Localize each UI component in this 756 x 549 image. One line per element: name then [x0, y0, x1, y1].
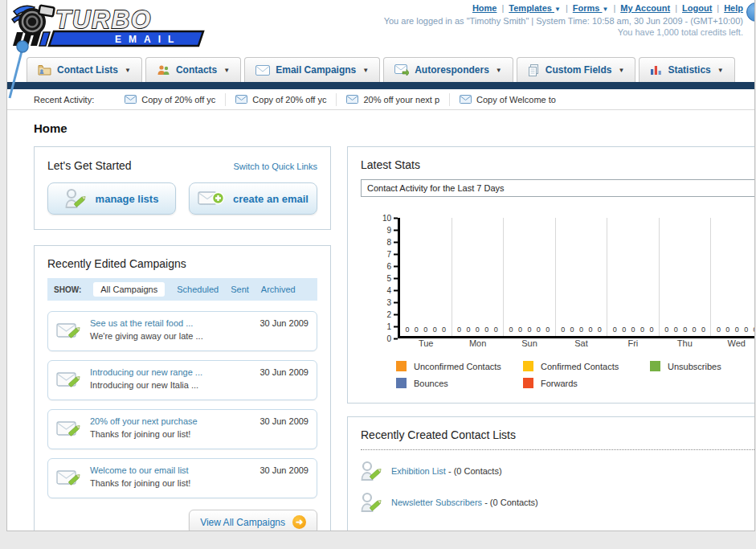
- legend-swatch: [396, 361, 407, 371]
- bar-value-label: 0: [509, 326, 513, 334]
- stats-period-select[interactable]: Contact Activity for the Last 7 Days ▼: [361, 179, 755, 197]
- contact-list-item[interactable]: Newsletter Subscribers - (0 Contacts): [361, 492, 755, 513]
- view-all-campaigns-label: View All Campaigns: [200, 517, 285, 528]
- folder-contacts-icon: [38, 64, 51, 76]
- recent-activity-item-label: Copy of Welcome to: [476, 95, 556, 104]
- recent-activity-label: Recent Activity:: [34, 95, 94, 104]
- contact-list-item[interactable]: Exhibition List - (0 Contacts): [361, 461, 755, 481]
- bar-value-label: 0: [613, 326, 617, 334]
- campaign-date: 30 Jun 2009: [259, 318, 309, 344]
- person-pencil-icon: [361, 461, 383, 481]
- campaign-title-link[interactable]: 20% off your next purchase: [90, 416, 251, 426]
- tab-autoresponders[interactable]: Autoresponders ▼: [383, 57, 513, 82]
- switch-quick-links-link[interactable]: Switch to Quick Links: [233, 162, 317, 171]
- show-label: SHOW:: [54, 285, 81, 294]
- tab-email-campaigns[interactable]: Email Campaigns ▼: [244, 57, 380, 82]
- logo-subtitle-text: EMAIL: [115, 34, 181, 45]
- contacts-icon: [157, 64, 170, 76]
- legend-swatch: [650, 361, 660, 371]
- campaign-title-link[interactable]: See us at the retail food ...: [90, 318, 251, 328]
- bar-value-label: 0: [518, 326, 522, 334]
- y-axis-label: 6: [386, 262, 398, 271]
- nav-link-logout[interactable]: Logout: [682, 3, 712, 13]
- bar-value-label: 0: [754, 326, 755, 334]
- nav-link-my-account[interactable]: My Account: [620, 3, 670, 13]
- y-axis-label: 9: [386, 226, 398, 235]
- bar-value-label: 0: [537, 326, 541, 334]
- campaign-card[interactable]: See us at the retail food ... We're givi…: [47, 311, 317, 351]
- chart-y-axis: 012345678910: [377, 218, 398, 338]
- bar-value-label: 0: [570, 326, 574, 334]
- campaign-subtitle: We're giving away our late ...: [90, 331, 251, 341]
- manage-lists-button[interactable]: manage lists: [47, 182, 176, 215]
- view-all-campaigns-button[interactable]: View All Campaigns ➜: [189, 510, 317, 531]
- contact-activity-chart: 012345678910 000000000000000000000000000…: [361, 218, 755, 338]
- filter-all-campaigns[interactable]: All Campaigns: [93, 282, 165, 297]
- contact-list-name-link[interactable]: Newsletter Subscribers: [391, 498, 482, 507]
- bar-value-label: 0: [561, 326, 565, 334]
- chart-legend: Unconfirmed Contacts Confirmed Contacts …: [396, 361, 755, 388]
- nav-link-templates[interactable]: Templates ▼: [509, 3, 561, 13]
- create-an-email-button[interactable]: create an email: [189, 182, 317, 215]
- tab-statistics[interactable]: Statistics ▼: [639, 57, 734, 82]
- recent-activity-item[interactable]: 20% off your next p: [337, 93, 450, 106]
- get-started-title: Let's Get Started: [47, 159, 132, 172]
- latest-stats-panel: Latest Stats Contact Activity for the La…: [347, 146, 755, 404]
- bar-value-label: 0: [683, 326, 687, 334]
- campaign-date: 30 Jun 2009: [259, 367, 309, 393]
- bar-value-label: 0: [735, 326, 739, 334]
- app-logo: TURBO EMAIL: [10, 2, 211, 51]
- recent-activity-item-label: Copy of 20% off yc: [141, 95, 215, 104]
- nav-link-forms[interactable]: Forms ▼: [573, 3, 609, 13]
- y-axis-label: 7: [386, 250, 398, 259]
- campaign-title-link[interactable]: Introducing our new range ...: [90, 367, 251, 377]
- envelope-pencil-icon: [56, 367, 82, 393]
- tab-contacts[interactable]: Contacts ▼: [145, 57, 241, 82]
- campaign-subtitle: Thanks for joining our list!: [90, 429, 251, 439]
- get-started-buttons: manage lists create an email: [47, 182, 317, 215]
- login-info: You are logged in as "Timothy Smith" | S…: [384, 16, 743, 26]
- filter-sent[interactable]: Sent: [231, 285, 249, 294]
- corner-bubble-icon[interactable]: [746, 2, 755, 22]
- tab-contact-lists[interactable]: Contact Lists ▼: [27, 57, 142, 82]
- chevron-down-icon: ▼: [362, 67, 369, 74]
- bar-value-label: 0: [476, 326, 480, 334]
- tab-label: Autoresponders: [415, 64, 489, 76]
- y-axis-label: 3: [386, 298, 398, 307]
- turbo-email-logo-graphic: TURBO EMAIL: [10, 2, 211, 48]
- x-axis-label: Sun: [504, 338, 555, 348]
- recent-activity-item[interactable]: Copy of 20% off yc: [226, 93, 337, 106]
- nav-link-home[interactable]: Home: [472, 3, 497, 13]
- logo-title-text: TURBO: [55, 6, 152, 34]
- filter-scheduled[interactable]: Scheduled: [177, 285, 219, 294]
- legend-item-confirmed-contacts: Confirmed Contacts: [523, 361, 642, 371]
- bar-value-label: 0: [494, 326, 498, 334]
- recent-activity-item-label: Copy of 20% off yc: [252, 95, 326, 104]
- filter-archived[interactable]: Archived: [261, 285, 296, 294]
- legend-swatch: [523, 361, 533, 371]
- y-axis-label: 8: [386, 238, 398, 247]
- recent-activity-bar: Recent Activity: Copy of 20% off yc Copy…: [7, 89, 754, 110]
- campaign-card[interactable]: 20% off your next purchase Thanks for jo…: [47, 409, 317, 449]
- chart-plot-area: 00000000000000000000000000000000000: [398, 218, 755, 338]
- legend-swatch: [523, 378, 533, 388]
- bar-value-label: 0: [693, 326, 697, 334]
- tab-label: Statistics: [668, 64, 710, 76]
- bar-value-label: 0: [744, 326, 748, 334]
- bar-value-label: 0: [442, 326, 446, 334]
- legend-item-bounces: Bounces: [396, 378, 515, 388]
- tab-custom-fields[interactable]: Custom Fields ▼: [517, 57, 636, 82]
- small-envelope-icon: [125, 95, 137, 104]
- campaign-title-link[interactable]: Welcome to our email list: [90, 465, 251, 475]
- contact-list-name-link[interactable]: Exhibition List: [391, 466, 446, 476]
- nav-link-help[interactable]: Help: [724, 3, 743, 13]
- campaign-card[interactable]: Introducing our new range ... Introducin…: [47, 360, 317, 400]
- person-pencil-icon: [65, 188, 88, 209]
- contact-list-count: - (0 Contacts): [482, 498, 538, 507]
- recent-activity-item[interactable]: Copy of 20% off yc: [115, 93, 226, 106]
- recent-activity-item[interactable]: Copy of Welcome to: [450, 93, 566, 106]
- app-window: TURBO EMAIL Home|Templates ▼|Forms ▼|My …: [6, 0, 755, 531]
- campaign-card[interactable]: Welcome to our email list Thanks for joi…: [47, 458, 317, 498]
- contact-lists-title: Recently Created Contact Lists: [361, 428, 755, 441]
- envelope-pencil-icon: [56, 465, 82, 491]
